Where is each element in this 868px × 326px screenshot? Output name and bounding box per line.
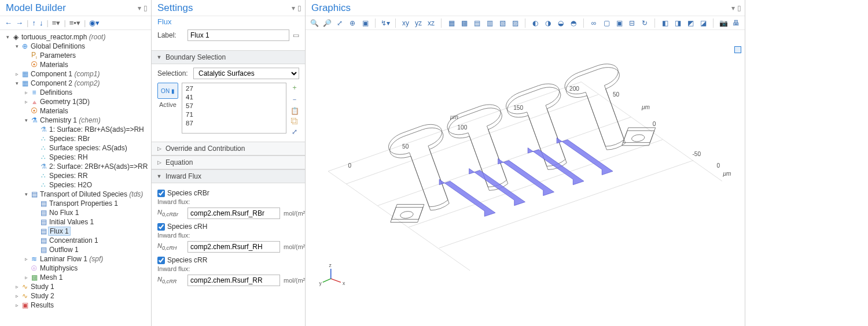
zoom-box-icon[interactable]: ⊕ xyxy=(347,18,358,28)
axes-icon[interactable]: ◪ xyxy=(698,18,708,28)
zoom-reset-icon[interactable]: ▣ xyxy=(360,18,370,28)
show-icon[interactable]: ≡▪▾ xyxy=(68,18,82,27)
zoom-extents-icon[interactable]: ⤢ xyxy=(334,18,345,28)
transport-props-node[interactable]: Transport Properties 1 xyxy=(48,199,118,208)
results-node[interactable]: Results xyxy=(30,301,54,309)
laminar-node[interactable]: Laminar Flow 1 xyxy=(40,255,87,263)
wireframe-icon[interactable]: ▢ xyxy=(601,18,612,28)
label-input[interactable] xyxy=(187,29,289,41)
panel-menu-icon[interactable]: ▾ xyxy=(138,4,141,12)
species-rbr-node[interactable]: Species: RBr xyxy=(48,135,90,143)
paste-icon[interactable]: 📋 xyxy=(290,107,299,115)
light4-icon[interactable]: ◓ xyxy=(568,18,579,28)
orbit-icon[interactable]: ↯▾ xyxy=(380,18,391,28)
camera-icon[interactable]: 📷 xyxy=(718,18,729,28)
definitions-node[interactable]: Definitions xyxy=(39,88,72,97)
species-checkbox[interactable] xyxy=(157,257,165,264)
sel-point-icon[interactable]: ▥ xyxy=(484,18,495,28)
sel-domain-icon[interactable]: ▦ xyxy=(446,18,457,28)
zoom-sel-icon[interactable]: ⤢ xyxy=(292,128,297,136)
chemistry-node[interactable]: Chemistry 1 xyxy=(40,116,77,124)
remove-icon[interactable]: － xyxy=(291,95,298,105)
species-checkbox[interactable] xyxy=(157,190,165,197)
sel-adj-icon[interactable]: ▨ xyxy=(510,18,520,28)
panel-menu-icon[interactable]: ▾ xyxy=(292,4,295,12)
hide-icon[interactable]: ⊟ xyxy=(627,18,637,28)
flux-expression-input[interactable] xyxy=(187,208,280,219)
global-definitions-node[interactable]: Global Definitions xyxy=(30,42,85,50)
transparency-icon[interactable]: ∞ xyxy=(589,18,599,28)
root-node[interactable]: tortuous_reactor.mph xyxy=(21,33,87,41)
sel-edge-icon[interactable]: ▤ xyxy=(472,18,482,28)
species-rh-node[interactable]: Species: RH xyxy=(48,153,88,161)
view-xy-icon[interactable]: xy xyxy=(400,18,411,28)
mesh-node[interactable]: Mesh 1 xyxy=(39,273,62,281)
view-yz-icon[interactable]: yz xyxy=(413,18,424,28)
render-icon[interactable]: ▣ xyxy=(614,18,624,28)
light-icon[interactable]: ◐ xyxy=(530,18,540,28)
concentration-node[interactable]: Concentration 1 xyxy=(48,236,98,244)
species-rr-node[interactable]: Species: RR xyxy=(48,172,88,180)
noflux-node[interactable]: No Flux 1 xyxy=(48,209,79,217)
light3-icon[interactable]: ◒ xyxy=(556,18,566,28)
model-tree[interactable]: ▾◈tortuous_reactor.mph (root) ▾⊕Global D… xyxy=(0,30,151,326)
sel-boundary-icon[interactable]: ▩ xyxy=(459,18,469,28)
add-icon[interactable]: ＋ xyxy=(291,83,298,92)
materials2-node[interactable]: Materials xyxy=(39,107,68,115)
species-as-node[interactable]: Surface species: AS(ads) xyxy=(48,144,127,152)
nav-up-icon[interactable]: ↑ xyxy=(31,18,37,27)
outflow-node[interactable]: Outflow 1 xyxy=(48,246,79,254)
panel-close-icon[interactable]: ▯ xyxy=(297,4,301,12)
eye-icon[interactable]: ◉▾ xyxy=(88,18,101,27)
collapse-icon[interactable]: ≡▾ xyxy=(51,18,62,27)
label-link-icon[interactable]: ▭ xyxy=(293,31,299,39)
clip-icon[interactable]: ◨ xyxy=(672,18,683,28)
nav-back-icon[interactable]: ← xyxy=(3,18,13,27)
initval-node[interactable]: Initial Values 1 xyxy=(48,218,94,226)
section-equation-head[interactable]: ▷ Equation xyxy=(152,155,305,169)
graphics-canvas[interactable]: 0 50 100 150 200 μm 50 0 -50 μm 0 μm xyxy=(306,30,745,326)
section-inward-head[interactable]: ▼ Inward Flux xyxy=(152,169,305,183)
grid-icon[interactable]: ◩ xyxy=(685,18,696,28)
panel-close-icon[interactable]: ▯ xyxy=(144,4,148,12)
panel-close-icon[interactable]: ▯ xyxy=(737,4,741,12)
section-override-head[interactable]: ▷ Override and Contribution xyxy=(152,142,305,155)
zoom-out-icon[interactable]: 🔎 xyxy=(322,18,332,28)
flux-expression-input[interactable] xyxy=(187,241,280,253)
view-xz-icon[interactable]: xz xyxy=(426,18,436,28)
tds-node[interactable]: Transport of Diluted Species xyxy=(40,190,127,198)
list-item[interactable]: 57 xyxy=(186,102,282,110)
study1-node[interactable]: Study 1 xyxy=(30,283,54,291)
component1-node[interactable]: Component 1 xyxy=(31,70,72,78)
sel-none-icon[interactable]: ▧ xyxy=(497,18,507,28)
list-item[interactable]: 41 xyxy=(186,93,282,102)
flux-expression-input[interactable] xyxy=(187,275,280,286)
nav-down-icon[interactable]: ↓ xyxy=(38,18,45,27)
ruler-icon[interactable]: ◧ xyxy=(660,18,670,28)
parameters-node[interactable]: Parameters xyxy=(39,51,76,60)
list-item[interactable]: 71 xyxy=(186,110,282,119)
refresh-icon[interactable]: ↻ xyxy=(639,18,650,28)
species-h2o-node[interactable]: Species: H2O xyxy=(48,181,92,189)
light2-icon[interactable]: ◑ xyxy=(543,18,553,28)
print-icon[interactable]: 🖶 xyxy=(731,18,741,28)
flux1-node[interactable]: Flux 1 xyxy=(48,227,71,236)
copy-icon[interactable]: ⿻ xyxy=(291,117,298,125)
component2-node[interactable]: Component 2 xyxy=(31,79,72,87)
list-item[interactable]: 87 xyxy=(186,119,282,128)
species-checkbox[interactable] xyxy=(157,223,165,231)
active-toggle[interactable]: ON ▮ xyxy=(157,83,178,99)
study2-node[interactable]: Study 2 xyxy=(30,292,54,300)
zoom-in-icon[interactable]: 🔍 xyxy=(309,18,319,28)
panel-menu-icon[interactable]: ▾ xyxy=(731,4,735,12)
nav-fwd-icon[interactable]: → xyxy=(14,18,24,27)
rxn1-node[interactable]: 1: Surface: RBr+AS(ads)=>RH xyxy=(48,125,144,134)
rxn2-node[interactable]: 2: Surface: 2RBr+AS(ads)=>RR xyxy=(48,162,148,171)
section-boundary-head[interactable]: ▼ Boundary Selection xyxy=(152,50,305,64)
multiphysics-node[interactable]: Multiphysics xyxy=(39,264,78,272)
boundary-listbox[interactable]: 27 41 57 71 87 xyxy=(182,83,286,134)
geometry-node[interactable]: Geometry 1(3D) xyxy=(39,98,90,106)
global-materials-node[interactable]: Materials xyxy=(39,61,68,69)
list-item[interactable]: 27 xyxy=(186,84,282,93)
selection-dropdown[interactable]: Catalytic Surfaces xyxy=(193,68,299,79)
